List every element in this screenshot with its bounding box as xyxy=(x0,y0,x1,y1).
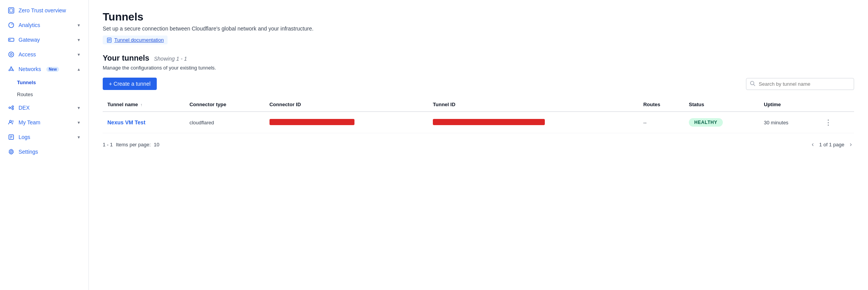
svg-rect-1 xyxy=(10,9,13,12)
sidebar-item-settings[interactable]: Settings xyxy=(2,144,87,159)
tunnels-table: Tunnel name ↑ Connector type Connector I… xyxy=(103,98,854,133)
doc-icon xyxy=(107,37,112,43)
col-header-name[interactable]: Tunnel name ↑ xyxy=(103,98,185,112)
prev-page-button[interactable]: ‹ xyxy=(809,140,816,149)
sidebar-item-dex[interactable]: DEX ▼ xyxy=(2,100,87,115)
svg-point-10 xyxy=(9,70,10,71)
page-title: Tunnels xyxy=(103,11,854,23)
chevron-down-icon: ▼ xyxy=(77,106,81,110)
connector-type-cell: cloudflared xyxy=(185,112,265,133)
svg-point-5 xyxy=(9,52,14,57)
svg-point-25 xyxy=(10,151,12,153)
logs-icon xyxy=(8,134,15,141)
svg-point-8 xyxy=(11,67,12,68)
chevron-up-icon: ▲ xyxy=(77,67,81,71)
search-input[interactable] xyxy=(746,78,854,90)
doc-link-label: Tunnel documentation xyxy=(114,37,164,43)
sidebar-item-label: Networks xyxy=(19,66,41,72)
pagination-range: 1 - 1 xyxy=(103,142,113,148)
connector-id-redacted xyxy=(270,119,354,125)
svg-point-9 xyxy=(13,70,14,71)
sort-asc-icon: ↑ xyxy=(141,103,142,107)
sidebar-item-zero-trust[interactable]: Zero Trust overview xyxy=(2,3,87,18)
dex-icon xyxy=(8,104,15,111)
col-header-connector-type: Connector type xyxy=(185,98,265,112)
items-per-page-value: 10 xyxy=(154,142,159,148)
svg-line-12 xyxy=(12,70,13,70)
sidebar-item-label: Gateway xyxy=(19,37,40,43)
analytics-icon xyxy=(8,22,15,29)
svg-line-17 xyxy=(10,107,12,108)
status-badge: HEALTHY xyxy=(689,118,723,127)
create-tunnel-button[interactable]: + Create a tunnel xyxy=(103,78,157,90)
sidebar-item-access[interactable]: Access ▼ xyxy=(2,47,87,62)
chevron-down-icon: ▼ xyxy=(77,135,81,139)
sidebar-item-label: Zero Trust overview xyxy=(19,7,66,14)
routes-cell: -- xyxy=(639,112,684,133)
search-icon xyxy=(750,81,755,87)
toolbar: + Create a tunnel xyxy=(103,78,854,90)
svg-point-16 xyxy=(12,108,14,110)
sidebar-item-label: My Team xyxy=(19,119,41,125)
col-header-routes: Routes xyxy=(639,98,684,112)
sidebar-item-label: Access xyxy=(19,51,36,58)
networks-badge: New xyxy=(46,67,59,72)
chevron-down-icon: ▼ xyxy=(77,23,81,27)
svg-point-7 xyxy=(10,68,12,70)
svg-line-18 xyxy=(10,108,12,109)
my-team-icon xyxy=(8,119,15,126)
search-wrap xyxy=(746,78,854,90)
col-header-uptime: Uptime xyxy=(759,98,818,112)
gateway-icon xyxy=(8,36,15,43)
sub-item-label: Routes xyxy=(17,92,33,97)
sidebar-sub-item-routes[interactable]: Routes xyxy=(0,88,88,100)
svg-point-19 xyxy=(10,120,12,122)
sidebar-item-my-team[interactable]: My Team ▼ xyxy=(2,115,87,130)
page-description: Set up a secure connection between Cloud… xyxy=(103,25,854,32)
tunnel-id-cell xyxy=(428,112,639,133)
sidebar-sub-item-tunnels[interactable]: Tunnels xyxy=(0,76,88,88)
svg-point-20 xyxy=(12,120,14,122)
doc-link[interactable]: Tunnel documentation xyxy=(103,36,168,44)
sub-item-label: Tunnels xyxy=(17,80,36,85)
svg-point-15 xyxy=(12,106,14,107)
page-info: 1 of 1 page xyxy=(819,142,844,148)
chevron-down-icon: ▼ xyxy=(77,120,81,125)
sidebar-item-networks[interactable]: Networks New ▲ xyxy=(2,62,87,76)
svg-line-31 xyxy=(754,84,755,86)
more-actions-button[interactable]: ⋮ xyxy=(822,117,834,127)
sidebar: Zero Trust overview Analytics ▼ Gateway … xyxy=(0,0,89,290)
col-header-connector-id: Connector ID xyxy=(265,98,428,112)
tunnel-name-cell: Nexus VM Test xyxy=(103,112,185,133)
access-icon xyxy=(8,51,15,58)
sidebar-item-logs[interactable]: Logs ▼ xyxy=(2,130,87,144)
tunnels-subtext: Manage the configurations of your existi… xyxy=(103,65,854,71)
col-header-actions xyxy=(818,98,854,112)
sidebar-item-label: Analytics xyxy=(19,22,40,28)
settings-icon xyxy=(8,148,15,155)
tunnel-id-redacted xyxy=(433,119,545,125)
tunnels-count: Showing 1 - 1 xyxy=(154,56,187,62)
actions-cell: ⋮ xyxy=(818,112,854,133)
uptime-cell: 30 minutes xyxy=(759,112,818,133)
sidebar-item-gateway[interactable]: Gateway ▼ xyxy=(2,32,87,47)
sidebar-item-analytics[interactable]: Analytics ▼ xyxy=(2,18,87,32)
tunnels-header: Your tunnels Showing 1 - 1 xyxy=(103,54,854,63)
sidebar-item-label: Logs xyxy=(19,134,30,140)
connector-id-cell xyxy=(265,112,428,133)
tunnel-name-link[interactable]: Nexus VM Test xyxy=(107,119,146,125)
tunnels-heading: Your tunnels xyxy=(103,54,149,63)
status-cell: HEALTHY xyxy=(684,112,759,133)
svg-rect-4 xyxy=(9,39,10,41)
svg-point-14 xyxy=(9,107,10,109)
col-header-status: Status xyxy=(684,98,759,112)
chevron-down-icon: ▼ xyxy=(77,53,81,57)
col-header-tunnel-id: Tunnel ID xyxy=(428,98,639,112)
pagination-info: 1 - 1 Items per page: 10 xyxy=(103,142,159,148)
pagination: 1 - 1 Items per page: 10 ‹ 1 of 1 page › xyxy=(103,140,854,149)
sidebar-item-label: DEX xyxy=(19,105,30,111)
next-page-button[interactable]: › xyxy=(848,140,854,149)
sidebar-item-label: Settings xyxy=(19,149,38,155)
items-per-page-label: Items per page: xyxy=(116,142,151,148)
svg-rect-0 xyxy=(8,8,14,13)
